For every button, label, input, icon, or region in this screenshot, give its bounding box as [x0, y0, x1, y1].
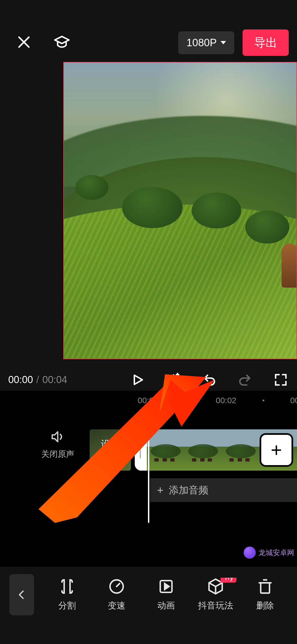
keyframe-button[interactable]	[166, 372, 182, 388]
trash-icon	[256, 578, 274, 595]
mute-original-audio-button[interactable]: 关闭原声	[41, 429, 74, 460]
clip-left-handle[interactable]: │	[135, 429, 147, 471]
watermark-text: 龙城安卓网	[258, 548, 294, 558]
tool-label: 变速	[108, 600, 125, 612]
ruler-dot	[186, 400, 188, 401]
tool-animation[interactable]: 动画	[141, 578, 191, 612]
try-badge: Try	[221, 578, 237, 583]
animation-icon	[157, 578, 175, 595]
tool-label: 删除	[256, 600, 274, 612]
cover-label-line: 设置	[101, 439, 120, 449]
watermark: 龙城安卓网	[244, 547, 294, 559]
top-bar: 1080P 导出	[0, 28, 297, 58]
ruler-tick-label: 00:00	[138, 396, 158, 405]
redo-button[interactable]	[237, 372, 253, 388]
bottom-toolbar: 分割 变速 动画 Try 抖音玩法 删除	[0, 567, 297, 622]
time-separator: /	[36, 374, 39, 386]
play-button[interactable]	[130, 372, 146, 388]
time-readout: 00:00 / 00:04	[8, 374, 67, 386]
fullscreen-button[interactable]	[273, 372, 289, 388]
total-time: 00:04	[42, 374, 67, 386]
svg-marker-6	[52, 432, 58, 442]
speed-icon	[108, 578, 125, 595]
ruler-tick-label: 00	[290, 396, 297, 405]
transport-bar: 00:00 / 00:04	[0, 367, 297, 392]
ruler-dot	[263, 400, 264, 401]
svg-marker-2	[134, 375, 142, 384]
tool-label: 动画	[157, 600, 175, 612]
add-audio-button[interactable]: + 添加音频	[150, 478, 297, 502]
tool-lens[interactable]: 镜头	[290, 578, 297, 612]
dropdown-caret-icon	[221, 41, 226, 44]
watermark-icon	[244, 547, 256, 559]
close-icon[interactable]	[16, 35, 31, 51]
export-button[interactable]: 导出	[243, 29, 289, 56]
ruler-tick-label: 00:02	[216, 396, 236, 405]
svg-rect-3	[169, 375, 178, 384]
resolution-label: 1080P	[186, 37, 217, 49]
tutorial-icon[interactable]	[53, 34, 70, 52]
svg-marker-15	[165, 583, 169, 589]
add-clip-button[interactable]: +	[261, 435, 292, 465]
mute-label: 关闭原声	[41, 449, 74, 460]
cover-label-line: 封面	[101, 451, 120, 461]
preview-frame	[64, 62, 296, 359]
plus-icon: +	[157, 484, 163, 496]
tool-label: 分割	[58, 600, 76, 612]
tool-split[interactable]: 分割	[42, 578, 92, 612]
undo-button[interactable]	[201, 372, 217, 388]
resolution-button[interactable]: 1080P	[178, 31, 234, 54]
split-icon	[58, 578, 76, 595]
set-cover-button[interactable]: 设置 封面	[90, 429, 131, 471]
time-ruler[interactable]: 00:00 00:02 00	[0, 396, 297, 410]
chevron-left-icon	[16, 589, 27, 600]
add-audio-label: 添加音频	[169, 484, 208, 497]
tool-delete[interactable]: 删除	[240, 578, 290, 612]
svg-rect-17	[261, 583, 270, 593]
video-preview[interactable]	[63, 62, 297, 359]
playhead[interactable]	[148, 410, 149, 523]
tool-speed[interactable]: 变速	[92, 578, 141, 612]
tool-douyin-effects[interactable]: Try 抖音玩法	[191, 578, 240, 612]
tool-label: 抖音玩法	[198, 600, 233, 612]
current-time: 00:00	[8, 374, 33, 386]
svg-line-13	[117, 583, 120, 586]
speaker-icon	[50, 429, 65, 444]
toolbar-back-button[interactable]	[9, 574, 34, 615]
